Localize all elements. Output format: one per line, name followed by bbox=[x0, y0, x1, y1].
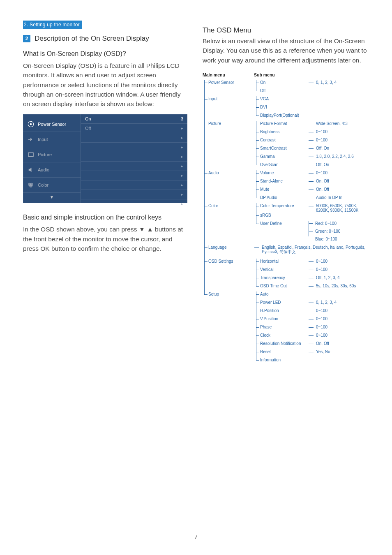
tree-header: Main menu Sub menu bbox=[203, 72, 367, 77]
tree-section: PicturePicture FormatWide Screen, 4:3Bri… bbox=[203, 121, 367, 170]
tree-sub-value: Green: 0~100 bbox=[312, 229, 367, 234]
osd-menu-right: On 3 Off ▸ ▸ ▸ ▸ ▸ ▸ ▸ ▸ ▸ bbox=[81, 114, 187, 203]
tree-section: OSD SettingsHorizontal0~100Vertical0~100… bbox=[203, 259, 367, 291]
chevron-right-icon: ▸ bbox=[181, 126, 183, 130]
osd-menu-title: The OSD Menu bbox=[203, 26, 367, 35]
tree-sub-group: English, Español, Français, Deutsch, Ita… bbox=[254, 245, 367, 259]
tree-sub-group: Color Temperature5000K, 6500K, 7500K, 82… bbox=[254, 203, 367, 245]
tree-sub-row: Resolution NotificationOn, Off bbox=[254, 341, 367, 349]
tree-sub-row: Picture FormatWide Screen, 4:3 bbox=[254, 121, 367, 129]
osd-row-blank: ▸ bbox=[81, 199, 187, 209]
tree-sub-label: H.Position bbox=[260, 308, 309, 316]
osd-item-picture: Picture bbox=[23, 147, 81, 162]
tree-sub-row: DVI bbox=[254, 104, 367, 113]
tree-sub-label: Color Temperature bbox=[260, 203, 309, 213]
tree-sub-group: Picture FormatWide Screen, 4:3Brightness… bbox=[254, 121, 367, 170]
tree-header-main: Main menu bbox=[203, 72, 254, 77]
tree-sub-label: On bbox=[260, 80, 309, 88]
tree-sub-label: OSD Time Out bbox=[260, 283, 309, 291]
osd-row-blank: ▸ bbox=[81, 162, 187, 171]
osd-item-label: Power Sensor bbox=[38, 122, 66, 127]
tree-main-label: Picture bbox=[208, 121, 254, 170]
tree-sub-value: 0~100 bbox=[309, 170, 367, 178]
tree-sub-row: sRGB bbox=[254, 213, 367, 221]
tree-sub-value: 0~100 bbox=[309, 129, 367, 137]
osd-menu-left: Power Sensor Input Picture Audio Color bbox=[23, 114, 81, 203]
tree-sub-row: H.Position0~100 bbox=[254, 308, 367, 316]
osd-item-label: Picture bbox=[38, 152, 52, 157]
tree-main-label: Audio bbox=[208, 170, 254, 203]
osd-row-blank: ▸ bbox=[81, 152, 187, 162]
tree-sub-value: 5000K, 6500K, 7500K, 8200K, 9300K, 11500… bbox=[309, 203, 367, 213]
tree-sub-row: DP AudioAudio In DP In bbox=[254, 195, 367, 203]
osd-row-label: On bbox=[85, 116, 118, 121]
osd-row-label: Off bbox=[85, 126, 118, 131]
tree-sub-label: DVI bbox=[260, 104, 309, 113]
tree-sub-row: V.Position0~100 bbox=[254, 316, 367, 324]
tree-main-label: Language bbox=[208, 245, 254, 259]
tree-sub-value: Off, 1, 2, 3, 4 bbox=[309, 275, 367, 283]
tree-section: Power SensorOn0, 1, 2, 3, 4Off bbox=[203, 80, 367, 96]
tree-sub-value: 0~100 bbox=[309, 324, 367, 333]
tree-sub-label: DP Audio bbox=[260, 195, 309, 203]
tree-sub-value: On, Off bbox=[309, 341, 367, 349]
tree-sub-row: Gamma1.8, 2.0, 2.2, 2.4, 2.6 bbox=[254, 154, 367, 162]
tree-sub-row: SmartContrastOff, On bbox=[254, 146, 367, 154]
tree-sub-row: Horizontal0~100 bbox=[254, 259, 367, 267]
svg-point-1 bbox=[30, 123, 32, 125]
tree-sub-value: 0~100 bbox=[309, 308, 367, 316]
tree-main-label: Input bbox=[208, 96, 254, 121]
tree-sub-value: Off, On bbox=[309, 162, 367, 170]
tree-sub-row: English, Español, Français, Deutsch, Ita… bbox=[254, 245, 367, 254]
page-number: 7 bbox=[0, 534, 392, 540]
header-bar: 2. Setting up the monitor bbox=[23, 21, 82, 29]
tree-sub-value: Red: 0~100 bbox=[312, 221, 367, 226]
tree-sub-label: Phase bbox=[260, 324, 309, 333]
right-column: The OSD Menu Below is an overall view of… bbox=[203, 21, 367, 365]
tree-main-label: Color bbox=[208, 203, 254, 245]
tree-sub-label: Contrast bbox=[260, 137, 309, 146]
tree-sub-row: OverScanOff, On bbox=[254, 162, 367, 170]
osd-screenshot: Power Sensor Input Picture Audio Color bbox=[23, 114, 187, 203]
tree-sub-value: 1.8, 2.0, 2.2, 2.4, 2.6 bbox=[309, 154, 367, 162]
tree-sub-label: Transparency bbox=[260, 275, 309, 283]
tree-sub-value: Off, On bbox=[309, 146, 367, 154]
tree-sub-label: sRGB bbox=[260, 213, 309, 221]
osd-row-blank: ▸ bbox=[81, 171, 187, 180]
osd-item-audio: Audio bbox=[23, 162, 81, 178]
svg-point-5 bbox=[29, 185, 32, 188]
page: { "header_bar": "2. Setting up the monit… bbox=[0, 0, 392, 555]
tree-sub-row: On0, 1, 2, 3, 4 bbox=[254, 80, 367, 88]
tree-sub-value: 0~100 bbox=[309, 259, 367, 267]
tree-sub-label: Mute bbox=[260, 187, 309, 195]
tree-section: LanguageEnglish, Español, Français, Deut… bbox=[203, 245, 367, 259]
tree-sub-row: Clock0~100 bbox=[254, 333, 367, 341]
tree-sub-row: Brightness0~100 bbox=[254, 129, 367, 137]
tree-sub-row: Contrast0~100 bbox=[254, 137, 367, 146]
osd-item-input: Input bbox=[23, 132, 81, 147]
tree-sub-label: Stand-Alone bbox=[260, 178, 309, 187]
tree-section: InputVGADVIDisplayPort(Optional) bbox=[203, 96, 367, 121]
osd-row-blank: ▸ bbox=[81, 133, 187, 143]
osd-item-label: Input bbox=[38, 137, 48, 142]
osd-row-blank: ▸ bbox=[81, 180, 187, 190]
tree-sub-row: ResetYes, No bbox=[254, 349, 367, 357]
controls-heading: Basic and simple instruction on the cont… bbox=[23, 214, 188, 221]
tree-sub-group: Volume0~100Stand-AloneOn, OffMuteOn, Off… bbox=[254, 170, 367, 203]
tree-sub-value: 0~100 bbox=[309, 316, 367, 324]
osd-item-label: Audio bbox=[38, 167, 49, 172]
tree-sub-value: Blue: 0~100 bbox=[312, 237, 367, 241]
tree-sub-label: VGA bbox=[260, 96, 309, 104]
tree-sub-label: OverScan bbox=[260, 162, 309, 170]
tree-sub-value: On, Off bbox=[309, 178, 367, 187]
osd-row-value: 3 bbox=[181, 116, 183, 121]
tree-sub-row: VGA bbox=[254, 96, 367, 104]
tree-sub-row: Stand-AloneOn, Off bbox=[254, 178, 367, 187]
tree-section: SetupAutoPower LED0, 1, 2, 3, 4H.Positio… bbox=[203, 291, 367, 365]
tree-main-label: Power Sensor bbox=[208, 80, 254, 96]
tree-sub-label: Vertical bbox=[260, 267, 309, 275]
svg-rect-2 bbox=[28, 153, 33, 157]
section-title: Description of the On Screen Display bbox=[35, 35, 149, 43]
tree-sub-row: TransparencyOff, 1, 2, 3, 4 bbox=[254, 275, 367, 283]
tree-sub-row: Volume0~100 bbox=[254, 170, 367, 178]
